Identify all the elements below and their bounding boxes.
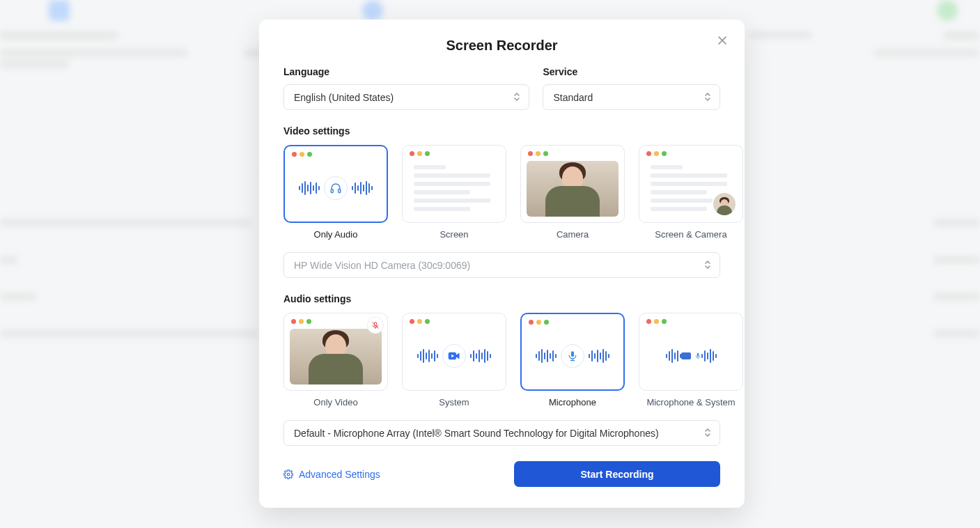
service-select[interactable]: Standard xyxy=(543,84,720,110)
picture-in-picture-icon xyxy=(712,192,737,217)
modal-title: Screen Recorder xyxy=(283,38,720,54)
svg-point-6 xyxy=(287,473,290,476)
video-option-only-audio[interactable] xyxy=(283,145,388,223)
svg-rect-0 xyxy=(331,189,333,193)
advanced-settings-link[interactable]: Advanced Settings xyxy=(283,469,380,480)
card-label: Screen & Camera xyxy=(639,229,743,240)
waveform-icon xyxy=(536,349,557,363)
traffic-lights-icon xyxy=(646,319,667,324)
video-option-camera[interactable] xyxy=(520,145,625,223)
waveform-icon xyxy=(352,181,373,195)
traffic-lights-icon xyxy=(646,151,667,156)
screen-recorder-modal: Screen Recorder Language English (United… xyxy=(259,20,745,508)
mic-and-system-icon xyxy=(681,352,701,360)
card-label: Microphone & System xyxy=(639,397,743,407)
service-label: Service xyxy=(543,66,720,77)
mic-off-icon xyxy=(368,318,383,333)
card-label: Camera xyxy=(520,229,625,240)
video-settings-label: Video settings xyxy=(283,125,720,137)
start-recording-button[interactable]: Start Recording xyxy=(514,461,720,487)
close-icon xyxy=(717,35,728,46)
camera-preview-icon xyxy=(290,329,382,385)
audio-settings-label: Audio settings xyxy=(283,293,720,304)
advanced-settings-label: Advanced Settings xyxy=(299,469,380,480)
waveform-icon xyxy=(589,349,609,363)
video-option-screen[interactable] xyxy=(402,145,506,223)
audio-option-only-video[interactable] xyxy=(283,313,388,391)
gear-icon xyxy=(283,469,293,479)
chevron-updown-icon xyxy=(704,428,711,439)
chevron-updown-icon xyxy=(704,92,711,103)
traffic-lights-icon xyxy=(528,151,548,156)
headphones-icon xyxy=(324,176,348,200)
audio-option-microphone[interactable] xyxy=(520,313,625,391)
camera-device-value: HP Wide Vision HD Camera (30c9:0069) xyxy=(294,260,470,271)
waveform-icon xyxy=(470,349,491,363)
language-select[interactable]: English (United States) xyxy=(283,84,529,110)
card-label: Screen xyxy=(402,229,506,240)
svg-rect-4 xyxy=(571,351,574,357)
video-option-screen-camera[interactable] xyxy=(639,145,743,223)
language-label: Language xyxy=(283,66,529,77)
svg-rect-1 xyxy=(339,189,341,193)
audio-option-system[interactable] xyxy=(402,313,506,391)
language-value: English (United States) xyxy=(294,92,394,103)
microphone-device-value: Default - Microphone Array (Intel® Smart… xyxy=(294,428,659,439)
waveform-icon xyxy=(701,349,717,363)
traffic-lights-icon xyxy=(410,319,430,324)
camera-preview-icon xyxy=(527,161,619,217)
card-label: Only Audio xyxy=(283,229,388,240)
card-label: Only Video xyxy=(283,397,388,407)
chevron-updown-icon xyxy=(513,92,520,103)
microphone-device-select[interactable]: Default - Microphone Array (Intel® Smart… xyxy=(283,420,720,446)
svg-rect-5 xyxy=(697,353,699,357)
card-label: System xyxy=(402,397,506,407)
traffic-lights-icon xyxy=(410,151,430,156)
traffic-lights-icon xyxy=(292,152,312,157)
document-lines-icon xyxy=(410,161,499,215)
camera-device-select[interactable]: HP Wide Vision HD Camera (30c9:0069) xyxy=(283,252,720,278)
microphone-icon xyxy=(561,344,584,368)
traffic-lights-icon xyxy=(291,319,311,324)
waveform-icon xyxy=(666,349,681,363)
chevron-updown-icon xyxy=(704,260,711,271)
card-label: Microphone xyxy=(520,397,625,407)
video-icon xyxy=(442,344,466,368)
audio-option-mic-system[interactable] xyxy=(639,313,743,391)
traffic-lights-icon xyxy=(529,320,549,325)
service-value: Standard xyxy=(553,92,593,103)
close-button[interactable] xyxy=(717,35,729,47)
waveform-icon xyxy=(417,349,438,363)
waveform-icon xyxy=(299,181,320,195)
